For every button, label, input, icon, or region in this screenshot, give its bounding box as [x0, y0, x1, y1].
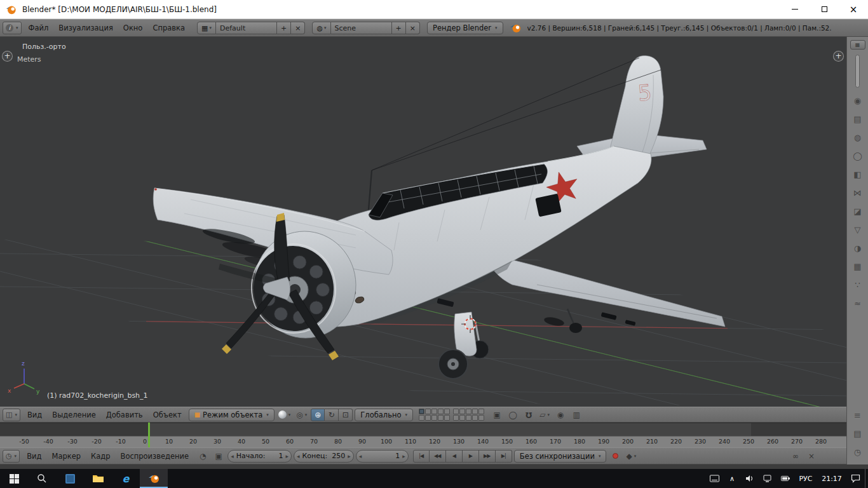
keying-clear-button[interactable]: × [804, 450, 818, 463]
properties-tab-object-icon[interactable]: ◧ [847, 165, 868, 184]
jump-to-next-keyframe-button[interactable]: ▶▶ [479, 450, 496, 463]
properties-scrollbar[interactable] [855, 55, 860, 88]
show-desktop-button[interactable] [865, 469, 868, 488]
menu-item[interactable]: Справка [147, 22, 190, 34]
jump-to-end-button[interactable]: ▶| [496, 450, 512, 463]
sidebar-expand-button[interactable]: + [833, 51, 844, 62]
timeline-ruler[interactable]: -50-40-30-20-100102030405060708090100110… [0, 436, 846, 447]
language-indicator[interactable]: РУС [795, 475, 817, 483]
increment-arrow-icon[interactable]: ▸ [402, 453, 405, 459]
window-titlebar[interactable]: Blender* [D:\МОИ МОДЕЛИ\AIR\БШ-1\БШ-1.bl… [0, 0, 868, 19]
viewport-shading-dropdown[interactable]: ▾ [276, 409, 293, 421]
editor-type-button-view3d[interactable]: ◫▾ [3, 409, 20, 421]
editor-type-button-info[interactable]: i▾ [3, 22, 22, 34]
menu-item[interactable]: Файл [24, 22, 54, 34]
menu-item[interactable]: Объект [148, 409, 187, 421]
tablet-keyboard-icon[interactable] [706, 469, 722, 488]
close-button[interactable]: × [839, 0, 868, 18]
scene-name-field[interactable]: Scene [331, 22, 392, 34]
layer-toggle-17[interactable] [459, 415, 465, 421]
menu-item[interactable]: Вид [22, 409, 47, 421]
timeline-track-area[interactable] [0, 423, 846, 436]
menu-item[interactable]: Воспроизведение [116, 451, 194, 462]
layer-toggle-9[interactable] [438, 415, 444, 421]
decrement-arrow-icon[interactable]: ◂ [231, 453, 234, 459]
keying-link-button[interactable]: ∞ [789, 450, 803, 463]
properties-tab-render-layers-icon[interactable]: ▤ [847, 110, 868, 128]
screen-layout-name-field[interactable]: Default [216, 22, 277, 34]
action-center-icon[interactable] [847, 469, 864, 488]
properties-tab-material-icon[interactable]: ◑ [847, 239, 868, 257]
properties-tab-physics-icon[interactable]: ≈ [847, 294, 868, 313]
layer-toggle-5[interactable] [444, 409, 450, 414]
properties-tab-scene-icon[interactable]: ◍ [847, 128, 868, 147]
snap-toggle[interactable]: Ω [522, 409, 536, 421]
scale-manipulator-toggle[interactable]: ⊡ [339, 409, 353, 421]
minimize-button[interactable] [780, 0, 810, 18]
maximize-button[interactable] [810, 0, 839, 18]
scene-browse-button[interactable]: ◍▾ [312, 22, 330, 34]
layer-toggle-1[interactable] [419, 409, 424, 414]
layer-toggle-12[interactable] [459, 409, 465, 414]
editor-type-button-properties[interactable]: ▦ [850, 40, 865, 50]
screen-layout-browse-button[interactable]: ▦▾ [197, 22, 216, 34]
snap-element-dropdown[interactable]: ▱▾ [538, 409, 552, 421]
layer-toggle-3[interactable] [431, 409, 437, 414]
lock-to-scene-toggle[interactable]: ▣ [490, 409, 504, 421]
search-button[interactable] [28, 469, 56, 488]
play-button[interactable]: ▶ [463, 450, 479, 463]
pivot-point-dropdown[interactable]: ◎▾ [294, 409, 309, 421]
properties-tab-texture-icon[interactable]: ▦ [847, 257, 868, 276]
dope-sheet-icon[interactable]: ▤ [847, 424, 868, 443]
render-opengl-anim-button[interactable]: ▥ [569, 409, 583, 421]
layer-toggle-2[interactable] [425, 409, 431, 414]
layer-toggle-13[interactable] [466, 409, 471, 414]
layer-toggle-4[interactable] [438, 409, 444, 414]
editor-type-button-timeline[interactable]: ◷▾ [3, 450, 20, 463]
menu-item[interactable]: Вид [22, 451, 46, 462]
menu-item[interactable]: Выделение [47, 409, 101, 421]
play-reverse-button[interactable]: ◀ [446, 450, 463, 463]
aircraft-model[interactable]: 5 [153, 56, 725, 379]
transform-orientation-dropdown[interactable]: Глобально▾ [355, 409, 413, 421]
edge-browser-button[interactable]: e [112, 469, 140, 488]
keying-set-dropdown[interactable]: ◆▾ [624, 450, 638, 463]
start-button[interactable] [0, 469, 28, 488]
layer-toggle-10[interactable] [444, 415, 450, 421]
viewport-3d[interactable]: 5 [0, 37, 846, 407]
properties-tab-constraints-icon[interactable]: ⋈ [847, 184, 868, 202]
layer-toggle-7[interactable] [425, 415, 431, 421]
rotate-manipulator-toggle[interactable]: ↻ [325, 409, 339, 421]
lock-time-cursor-toggle[interactable]: ▣ [212, 450, 226, 463]
layer-toggle-6[interactable] [419, 415, 424, 421]
jump-to-start-button[interactable]: |◀ [413, 450, 430, 463]
decrement-arrow-icon[interactable]: ◂ [297, 453, 300, 459]
decrement-arrow-icon[interactable]: ◂ [359, 453, 362, 459]
increment-arrow-icon[interactable]: ▸ [285, 453, 288, 459]
translate-manipulator-toggle[interactable]: ⊕ [311, 409, 325, 421]
layer-toggle-14[interactable] [472, 409, 478, 414]
battery-icon[interactable] [777, 469, 794, 488]
properties-tab-modifiers-icon[interactable]: ◪ [847, 202, 868, 220]
mode-dropdown[interactable]: ■ Режим объекта ▾ [189, 409, 275, 421]
render-opengl-button[interactable]: ◉ [553, 409, 567, 421]
menu-item[interactable]: Визуализация [53, 22, 118, 34]
menu-item[interactable]: Добавить [101, 409, 148, 421]
properties-tab-render-icon[interactable]: ◉ [847, 92, 868, 110]
jump-to-prev-keyframe-button[interactable]: ◀◀ [430, 450, 446, 463]
network-icon[interactable] [759, 469, 776, 488]
properties-tab-object-data-icon[interactable]: ▽ [847, 220, 868, 239]
timeline-current-frame-cursor[interactable] [148, 423, 150, 447]
delete-screen-layout-button[interactable]: × [291, 22, 305, 34]
layer-toggle-11[interactable] [453, 409, 459, 414]
render-engine-dropdown[interactable]: Рендер Blender▾ [427, 22, 503, 34]
preview-range-toggle[interactable]: ◔ [196, 450, 210, 463]
taskbar-app-button[interactable] [56, 469, 84, 488]
frame-start-field[interactable]: ◂ Начало: 1 ▸ [227, 450, 292, 463]
layer-toggle-8[interactable] [431, 415, 437, 421]
add-scene-button[interactable]: + [392, 22, 406, 34]
auto-keyframe-record-button[interactable] [608, 450, 622, 463]
clock[interactable]: 21:17 [818, 475, 846, 483]
outliner-icon[interactable]: ≡ [847, 406, 868, 424]
menu-item[interactable]: Маркер [46, 451, 86, 462]
